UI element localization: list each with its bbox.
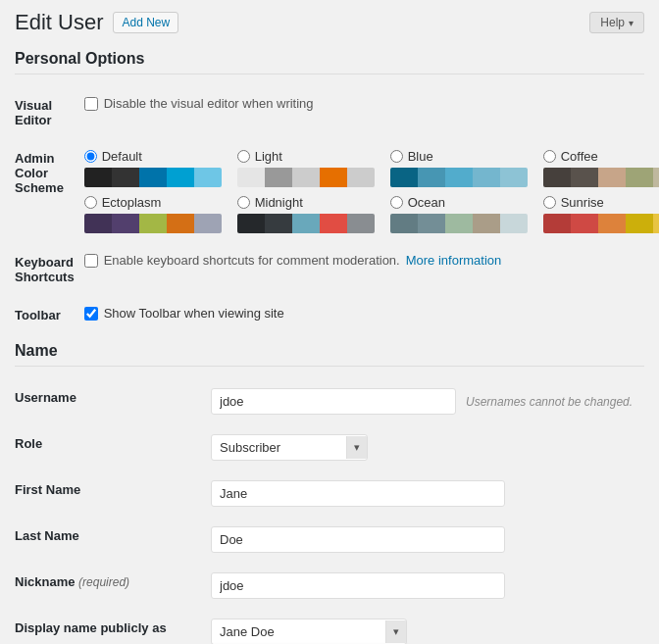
display-name-arrow-icon[interactable]: ▾: [385, 620, 406, 643]
username-label: Username: [15, 390, 76, 405]
color-scheme-label-default: Default: [102, 149, 142, 164]
color-swatch-ectoplasm: [84, 214, 222, 233]
toolbar-checkbox[interactable]: [84, 307, 98, 321]
first-name-row: First Name: [15, 471, 644, 517]
role-select-text: Subscriber: [212, 435, 346, 460]
color-swatch-midnight: [237, 214, 375, 233]
toolbar-checkbox-label[interactable]: Show Toolbar when viewing site: [84, 306, 659, 321]
color-scheme-option-coffee[interactable]: Coffee: [543, 149, 659, 187]
color-scheme-label-coffee: Coffee: [561, 149, 598, 164]
color-swatch-default: [84, 168, 222, 187]
visual-editor-row: Visual Editor Disable the visual editor …: [15, 86, 659, 139]
role-select-arrow-icon[interactable]: ▾: [346, 436, 367, 459]
visual-editor-label: Visual Editor: [15, 98, 52, 127]
display-name-value: Jane Doe: [212, 619, 385, 644]
color-scheme-option-ocean[interactable]: Ocean: [390, 195, 528, 233]
role-row: Role Subscriber ▾: [15, 424, 644, 471]
color-scheme-option-blue[interactable]: Blue: [390, 149, 528, 187]
display-name-wrapper: Jane Doe ▾ jdoeJaneDoeJane DoeDoe Jane: [211, 619, 407, 644]
color-scheme-label-light: Light: [255, 149, 282, 164]
color-scheme-row: Admin Color Scheme DefaultLightBlueCoffe…: [15, 139, 659, 243]
nickname-required: (required): [78, 575, 129, 589]
username-row: Username Usernames cannot be changed.: [15, 378, 644, 424]
color-scheme-label: Admin Color Scheme: [15, 151, 64, 195]
color-scheme-radio-blue[interactable]: [390, 150, 403, 163]
color-scheme-radio-ocean[interactable]: [390, 196, 403, 209]
visual-editor-checkbox-label[interactable]: Disable the visual editor when writing: [84, 96, 659, 111]
color-scheme-label-ocean: Ocean: [408, 195, 445, 210]
nickname-input[interactable]: [211, 572, 505, 599]
username-note: Usernames cannot be changed.: [466, 395, 633, 409]
keyboard-shortcuts-checkbox[interactable]: [84, 254, 98, 268]
color-scheme-option-midnight[interactable]: Midnight: [237, 195, 375, 233]
color-scheme-option-light[interactable]: Light: [237, 149, 375, 187]
color-scheme-radio-ectoplasm[interactable]: [84, 196, 97, 209]
color-swatch-ocean: [390, 214, 528, 233]
toolbar-checkbox-text: Show Toolbar when viewing site: [104, 306, 284, 321]
color-scheme-label-sunrise: Sunrise: [561, 195, 604, 210]
page-title: Edit User: [15, 10, 103, 35]
color-swatch-light: [237, 168, 375, 187]
nickname-row: Nickname (required): [15, 563, 644, 609]
name-section-title: Name: [15, 342, 644, 367]
toolbar-label: Toolbar: [15, 308, 61, 322]
nickname-label: Nickname (required): [15, 574, 129, 589]
color-scheme-radio-default[interactable]: [84, 150, 97, 163]
color-scheme-label-ectoplasm: Ectoplasm: [102, 195, 162, 210]
visual-editor-checkbox[interactable]: [84, 97, 98, 111]
name-table: Username Usernames cannot be changed. Ro…: [15, 378, 644, 644]
keyboard-shortcuts-row: Keyboard Shortcuts Enable keyboard short…: [15, 243, 659, 296]
keyboard-shortcuts-label: Keyboard Shortcuts: [15, 255, 75, 284]
first-name-label: First Name: [15, 482, 80, 497]
color-scheme-option-ectoplasm[interactable]: Ectoplasm: [84, 195, 222, 233]
more-info-link[interactable]: More information: [406, 253, 502, 268]
color-swatch-sunrise: [543, 214, 659, 233]
personal-options-table: Visual Editor Disable the visual editor …: [15, 86, 659, 334]
color-scheme-option-default[interactable]: Default: [84, 149, 222, 187]
display-name-label: Display name publicly as: [15, 620, 167, 635]
role-select-wrapper[interactable]: Subscriber ▾: [211, 434, 368, 461]
color-scheme-option-sunrise[interactable]: Sunrise: [543, 195, 659, 233]
last-name-input[interactable]: [211, 526, 505, 553]
help-button[interactable]: Help: [589, 12, 644, 33]
add-new-button[interactable]: Add New: [113, 12, 178, 33]
color-scheme-radio-sunrise[interactable]: [543, 196, 556, 209]
last-name-row: Last Name: [15, 517, 644, 563]
color-scheme-label-midnight: Midnight: [255, 195, 303, 210]
toolbar-row: Toolbar Show Toolbar when viewing site: [15, 296, 659, 334]
color-scheme-label-blue: Blue: [408, 149, 433, 164]
keyboard-shortcuts-text: Enable keyboard shortcuts for comment mo…: [104, 253, 400, 268]
color-swatch-coffee: [543, 168, 659, 187]
last-name-label: Last Name: [15, 528, 79, 543]
personal-options-title: Personal Options: [15, 50, 644, 74]
color-scheme-radio-coffee[interactable]: [543, 150, 556, 163]
username-input[interactable]: [211, 388, 456, 415]
color-scheme-radio-light[interactable]: [237, 150, 250, 163]
color-scheme-radio-midnight[interactable]: [237, 196, 250, 209]
display-name-select[interactable]: Jane Doe ▾: [211, 619, 407, 644]
role-label: Role: [15, 436, 42, 451]
first-name-input[interactable]: [211, 480, 505, 507]
color-scheme-grid: DefaultLightBlueCoffeeEctoplasmMidnightO…: [84, 149, 659, 233]
color-swatch-blue: [390, 168, 528, 187]
display-name-row: Display name publicly as Jane Doe ▾ jdoe…: [15, 609, 644, 644]
visual-editor-checkbox-text: Disable the visual editor when writing: [104, 96, 314, 111]
keyboard-shortcuts-checkbox-label[interactable]: Enable keyboard shortcuts for comment mo…: [84, 253, 659, 268]
